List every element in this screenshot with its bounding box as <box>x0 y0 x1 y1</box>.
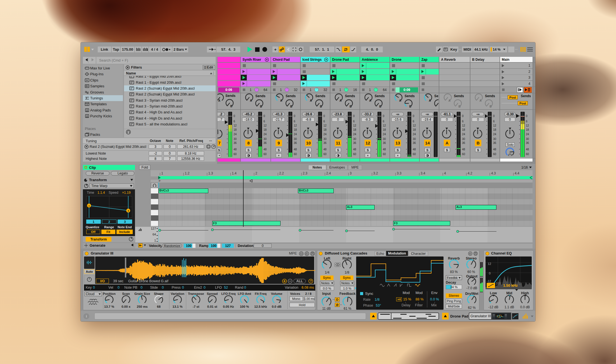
svg-text:12: 12 <box>488 262 491 265</box>
svg-text:3: 3 <box>127 209 129 212</box>
svg-text:100: 100 <box>496 282 501 285</box>
svg-text:?: ? <box>310 279 312 283</box>
svg-text:-12: -12 <box>487 279 491 283</box>
svg-text:1: 1 <box>88 204 90 207</box>
svg-text:0: 0 <box>489 272 491 275</box>
